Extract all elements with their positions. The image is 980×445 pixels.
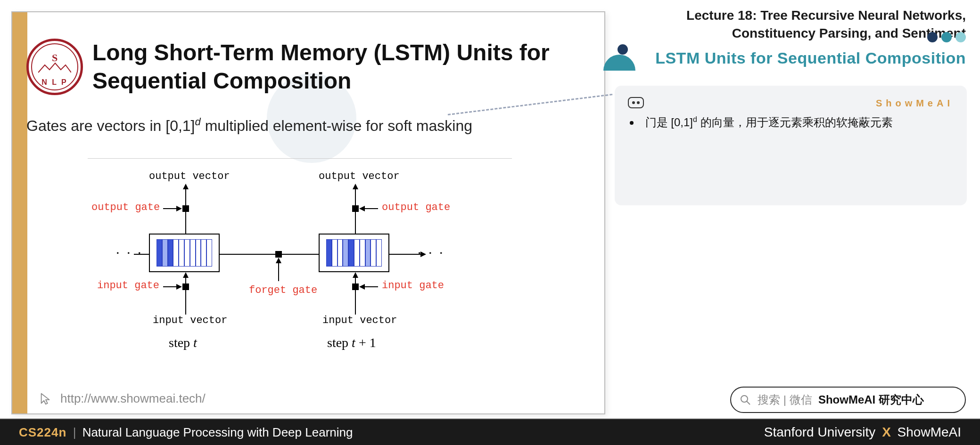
svg-point-20 <box>741 396 748 402</box>
footer-course: CS224n <box>19 425 66 439</box>
output-gate-arrow-b <box>359 205 378 212</box>
svg-marker-19 <box>359 284 365 290</box>
lecture-heading: Lecture 18: Tree Recursive Neural Networ… <box>613 0 980 45</box>
output-gate-node-b <box>352 205 359 212</box>
label-output-vector-a: output vector <box>149 170 230 182</box>
subtitle-sup: d <box>195 116 201 128</box>
slide-accent-bar <box>12 12 27 413</box>
note-card: ShowMeAI 门是 [0,1]d 的向量，用于逐元素乘积的软掩蔽元素 <box>615 86 967 205</box>
note-post: 的向量，用于逐元素乘积的软掩蔽元素 <box>697 116 893 129</box>
robot-icon <box>628 97 644 108</box>
svg-marker-17 <box>359 206 365 211</box>
footer-partner: ShowMeAI <box>898 425 961 439</box>
label-output-gate-a: output gate <box>91 202 160 213</box>
svg-marker-13 <box>176 284 182 290</box>
subtitle-pre: Gates are vectors in [0,1] <box>26 117 195 134</box>
mountain-icon <box>38 62 71 73</box>
search-pill[interactable]: 搜索 | 微信 ShowMeAI 研究中心 <box>730 387 966 413</box>
svg-marker-7 <box>353 184 358 189</box>
footer-title: Natural Language Processing with Deep Le… <box>82 425 353 439</box>
logo-nlp-text: N L P <box>26 78 83 87</box>
lecture-line1: Lecture 18: Tree Recursive Neural Networ… <box>613 7 966 24</box>
forget-gate-arrow <box>275 258 282 281</box>
slide-url-text: http://www.showmeai.tech/ <box>60 391 206 406</box>
note-brand: ShowMeAI <box>876 98 954 109</box>
svg-marker-15 <box>276 258 281 263</box>
footer-x: X <box>882 425 891 439</box>
input-gate-node-a <box>182 283 189 290</box>
section-bump-icon <box>601 42 640 71</box>
input-gate-node-b <box>352 283 359 290</box>
stanford-nlp-logo: S N L P <box>26 39 83 95</box>
label-step-t: step t <box>169 335 197 350</box>
cursor-icon <box>39 392 53 406</box>
output-gate-node-a <box>182 205 189 212</box>
svg-marker-1 <box>420 251 426 257</box>
label-input-gate-b: input gate <box>382 280 444 291</box>
search-bold: ShowMeAI 研究中心 <box>818 393 924 406</box>
subtitle-post: multiplied element-wise for soft masking <box>201 117 472 134</box>
slide-url: http://www.showmeai.tech/ <box>39 391 206 406</box>
note-bullet: 门是 [0,1]d 的向量，用于逐元素乘积的软掩蔽元素 <box>628 115 954 130</box>
note-pre: 门是 [0,1] <box>645 116 693 129</box>
label-input-vector-b: input vector <box>322 315 397 326</box>
slide-subtitle: Gates are vectors in [0,1]d multiplied e… <box>26 116 595 135</box>
page: S N L P Long Short-Term Memory (LSTM) Un… <box>0 0 980 445</box>
svg-marker-11 <box>176 206 182 211</box>
search-hint: 搜索 | 微信 <box>758 393 812 406</box>
slide-panel: S N L P Long Short-Term Memory (LSTM) Un… <box>11 11 605 414</box>
label-output-gate-b: output gate <box>382 202 450 213</box>
section-title: LSTM Units for Sequential Composition <box>655 49 966 67</box>
label-input-vector-a: input vector <box>153 315 227 326</box>
lecture-line2: Constituency Parsing, and Sentiment <box>613 24 966 42</box>
label-output-vector-b: output vector <box>319 170 400 182</box>
svg-marker-9 <box>353 272 358 278</box>
dot-trio-icon <box>927 32 966 42</box>
label-step-t1: step t + 1 <box>327 335 376 350</box>
search-text: 搜索 | 微信 ShowMeAI 研究中心 <box>758 392 924 407</box>
right-panel: Lecture 18: Tree Recursive Neural Networ… <box>613 0 980 424</box>
input-gate-arrow-b <box>359 283 378 290</box>
footer-left: CS224n | Natural Language Processing wit… <box>19 425 353 440</box>
lstm-diagram: · · · · · · <box>88 158 512 356</box>
search-icon <box>740 394 751 405</box>
forget-gate-node <box>275 251 282 258</box>
in-arrow-b <box>351 272 360 315</box>
in-arrow-a <box>181 272 190 315</box>
lstm-cell-t1 <box>319 234 389 272</box>
bullet-icon <box>630 121 634 125</box>
label-forget-gate: forget gate <box>249 284 317 296</box>
footer-bar: CS224n | Natural Language Processing wit… <box>0 419 980 445</box>
footer-right: Stanford University X ShowMeAI <box>764 425 961 440</box>
section-row: LSTM Units for Sequential Composition <box>613 45 980 73</box>
output-gate-arrow-a <box>163 205 182 212</box>
label-input-gate-a: input gate <box>97 280 159 291</box>
lstm-cell-t <box>149 234 220 272</box>
footer-org: Stanford University <box>764 425 876 439</box>
note-sup: d <box>693 115 697 123</box>
svg-marker-5 <box>183 272 189 278</box>
svg-marker-3 <box>183 184 189 189</box>
svg-line-21 <box>747 401 750 405</box>
slide-title: Long Short-Term Memory (LSTM) Units for … <box>92 39 595 95</box>
input-gate-arrow-a <box>163 283 182 290</box>
